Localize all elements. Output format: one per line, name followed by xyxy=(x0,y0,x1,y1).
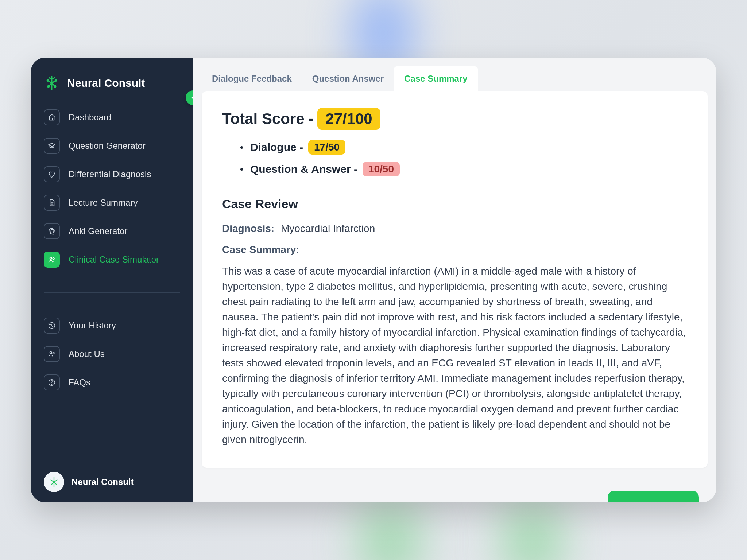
tab-question-answer[interactable]: Question Answer xyxy=(302,66,394,91)
primary-action-button[interactable] xyxy=(608,491,699,502)
sidebar-item-label: Your History xyxy=(69,320,116,331)
case-summary-panel: Total Score - 27/100 Dialogue - 17/50 Qu… xyxy=(202,91,708,468)
sidebar-item-label: Differential Diagnosis xyxy=(69,169,151,179)
case-review-header: Case Review xyxy=(222,197,687,213)
sidebar-item-your-history[interactable]: Your History xyxy=(44,318,180,334)
sidebar-item-dashboard[interactable]: Dashboard xyxy=(44,109,180,125)
people-icon xyxy=(44,252,60,268)
tab-case-summary[interactable]: Case Summary xyxy=(394,66,477,91)
document-icon xyxy=(44,195,60,211)
diagnosis-label: Diagnosis: xyxy=(222,223,274,234)
sidebar: Neural Consult Dashboard Question Genera… xyxy=(31,58,193,502)
case-summary-label: Case Summary: xyxy=(222,244,299,255)
cards-icon xyxy=(44,223,60,239)
brand-name: Neural Consult xyxy=(67,77,145,89)
sidebar-item-question-generator[interactable]: Question Generator xyxy=(44,138,180,154)
dialogue-score-line: Dialogue - 17/50 xyxy=(240,140,687,155)
tab-dialogue-feedback[interactable]: Dialogue Feedback xyxy=(202,66,302,91)
bullet-icon xyxy=(240,146,243,149)
help-icon xyxy=(44,374,60,390)
app-shell: Neural Consult Dashboard Question Genera… xyxy=(31,58,716,502)
sidebar-item-about-us[interactable]: About Us xyxy=(44,346,180,362)
svg-point-0 xyxy=(51,82,53,84)
diagnosis-row: Diagnosis: Myocardial Infarction xyxy=(222,223,687,234)
tabs: Dialogue Feedback Question Answer Case S… xyxy=(193,66,716,91)
svg-point-8 xyxy=(53,258,54,260)
sidebar-item-faqs[interactable]: FAQs xyxy=(44,374,180,390)
svg-point-7 xyxy=(50,257,52,260)
brand: Neural Consult xyxy=(41,75,183,106)
graduation-icon xyxy=(44,138,60,154)
footer-user-name: Neural Consult xyxy=(71,477,134,487)
primary-nav: Dashboard Question Generator Differentia… xyxy=(41,106,183,390)
svg-rect-6 xyxy=(50,229,54,234)
svg-point-2 xyxy=(47,80,49,81)
sidebar-item-label: Question Generator xyxy=(69,141,146,151)
bullet-icon xyxy=(240,168,243,171)
dialogue-score-label: Dialogue - xyxy=(250,141,303,153)
avatar xyxy=(44,472,64,492)
case-summary-text: This was a case of acute myocardial infa… xyxy=(222,264,687,447)
sidebar-item-label: Dashboard xyxy=(69,112,111,122)
sub-scores: Dialogue - 17/50 Question & Answer - 10/… xyxy=(222,130,687,176)
sidebar-item-lecture-summary[interactable]: Lecture Summary xyxy=(44,195,180,211)
brand-icon xyxy=(44,75,60,91)
summary-label-row: Case Summary: xyxy=(222,244,687,256)
sidebar-divider xyxy=(44,292,180,293)
svg-point-9 xyxy=(50,352,52,354)
history-icon xyxy=(44,318,60,334)
svg-rect-5 xyxy=(50,228,54,233)
total-score-label: Total Score - xyxy=(222,110,314,128)
svg-point-4 xyxy=(48,86,49,87)
heart-icon xyxy=(44,166,60,182)
divider xyxy=(309,204,687,204)
qa-score-label: Question & Answer - xyxy=(250,163,357,175)
home-icon xyxy=(44,109,60,125)
users-icon xyxy=(44,346,60,362)
svg-point-1 xyxy=(55,80,57,81)
sidebar-footer: Neural Consult xyxy=(41,464,183,492)
svg-point-10 xyxy=(53,352,54,354)
sidebar-item-label: Lecture Summary xyxy=(69,198,138,208)
total-score-line: Total Score - 27/100 xyxy=(222,108,687,130)
qa-score-line: Question & Answer - 10/50 xyxy=(240,162,687,176)
sidebar-item-differential-diagnosis[interactable]: Differential Diagnosis xyxy=(44,166,180,182)
diagnosis-value: Myocardial Infarction xyxy=(281,223,375,234)
sidebar-item-clinical-case-simulator[interactable]: Clinical Case Simulator xyxy=(44,252,180,268)
svg-point-12 xyxy=(51,384,52,384)
svg-point-3 xyxy=(54,86,56,87)
dialogue-score-badge: 17/50 xyxy=(308,140,345,155)
main-content: Dialogue Feedback Question Answer Case S… xyxy=(193,58,716,502)
total-score-badge: 27/100 xyxy=(317,108,380,130)
case-review-title: Case Review xyxy=(222,197,298,211)
sidebar-item-anki-generator[interactable]: Anki Generator xyxy=(44,223,180,239)
sidebar-item-label: Clinical Case Simulator xyxy=(69,254,159,265)
sidebar-item-label: Anki Generator xyxy=(69,226,127,236)
sidebar-item-label: About Us xyxy=(69,349,105,359)
sidebar-item-label: FAQs xyxy=(69,377,90,388)
qa-score-badge: 10/50 xyxy=(363,162,400,176)
